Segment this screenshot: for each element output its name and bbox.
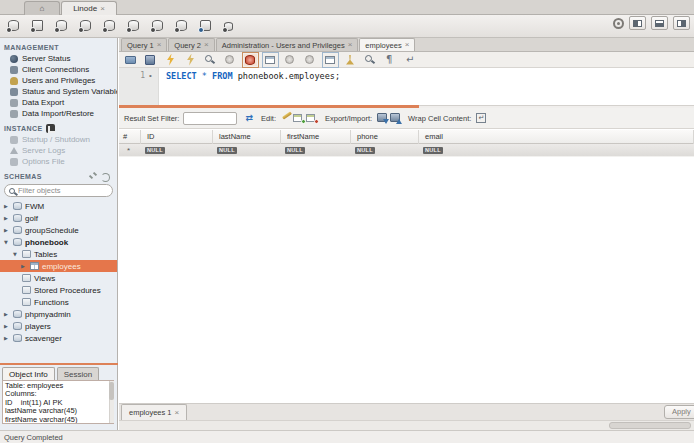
column-header-firstname[interactable]: firstName [281, 130, 351, 144]
new-row-placeholder[interactable]: * NULL NULL NULL NULL NULL [119, 144, 694, 157]
column-header-phone[interactable]: phone [351, 130, 419, 144]
sidebar-item-data-import[interactable]: Data Import/Restore [0, 108, 117, 119]
chevron-down-icon[interactable]: ▼ [13, 251, 19, 257]
refresh-grid-icon[interactable]: ⇄ [245, 113, 253, 123]
chevron-right-icon[interactable]: ▶ [4, 203, 10, 209]
toggle-right-panel-button[interactable] [673, 16, 690, 30]
schemas-refresh-icon[interactable] [101, 172, 109, 180]
tree-node-tables[interactable]: ▼ Tables [0, 248, 117, 260]
tree-node-employees[interactable]: ▶ employees [0, 260, 117, 272]
schema-node-fwm[interactable]: ▶ FWM [0, 200, 117, 212]
open-script-icon[interactable] [124, 54, 137, 66]
null-value-badge[interactable]: NULL [217, 147, 237, 154]
tab-query-2[interactable]: Query 2 × [168, 38, 214, 51]
limit-rows-icon[interactable] [264, 54, 277, 66]
close-icon[interactable]: × [175, 409, 180, 417]
new-sql-tab-icon[interactable] [6, 19, 21, 33]
wrap-text-icon[interactable]: ↵ [404, 54, 417, 66]
close-icon[interactable]: × [100, 5, 105, 13]
schema-node-scavenger[interactable]: ▶ scavenger [0, 332, 117, 344]
sidebar-item-server-status[interactable]: Server Status [0, 53, 117, 64]
sql-editor[interactable]: 1 • SELECT * FROM phonebook.employees; [119, 68, 694, 105]
null-value-badge[interactable]: NULL [145, 147, 165, 154]
create-schema-icon[interactable] [54, 19, 69, 33]
sidebar-splitter[interactable] [0, 363, 118, 365]
column-header-id[interactable]: ID [141, 130, 213, 144]
schema-node-groupschedule[interactable]: ▶ groupSchedule [0, 224, 117, 236]
explain-plan-icon[interactable] [204, 54, 217, 66]
result-set-filter-input[interactable] [183, 112, 237, 125]
null-value-badge[interactable]: NULL [423, 147, 443, 154]
scrollbar-thumb[interactable] [609, 422, 691, 429]
toggle-bottom-panel-button[interactable] [651, 16, 668, 30]
sidebar-item-status-system-variables[interactable]: Status and System Variables [0, 86, 117, 97]
save-script-icon[interactable] [144, 54, 157, 66]
apply-button[interactable]: Apply [664, 405, 694, 419]
open-sql-script-icon[interactable] [30, 19, 45, 33]
create-trigger-icon[interactable] [174, 19, 189, 33]
object-info-scroll-thumb[interactable] [109, 382, 114, 400]
schema-filter-input[interactable] [18, 186, 108, 195]
tree-node-stored-procedures[interactable]: Stored Procedures [0, 284, 117, 296]
create-procedure-icon[interactable] [126, 19, 141, 33]
create-function-icon[interactable] [150, 19, 165, 33]
execute-sql-icon[interactable] [164, 54, 177, 66]
find-panel-icon[interactable] [364, 54, 377, 66]
close-icon[interactable]: × [204, 41, 209, 49]
sidebar-item-client-connections[interactable]: Client Connections [0, 64, 117, 75]
create-table-icon[interactable] [78, 19, 93, 33]
reconnect-dbms-icon[interactable] [222, 19, 237, 33]
chevron-right-icon[interactable]: ▶ [4, 215, 10, 221]
home-tab[interactable]: ⌂ [24, 1, 60, 15]
chevron-right-icon[interactable]: ▶ [4, 311, 10, 317]
column-header-email[interactable]: email [419, 130, 694, 144]
tree-label: golf [25, 214, 38, 223]
tree-node-functions[interactable]: Functions [0, 296, 117, 308]
null-value-badge[interactable]: NULL [285, 147, 305, 154]
chevron-right-icon[interactable]: ▶ [4, 335, 10, 341]
toggle-left-panel-button[interactable] [629, 16, 646, 30]
column-header-rownum[interactable]: # [119, 130, 141, 144]
invisible-characters-icon[interactable]: ¶ [384, 54, 397, 66]
search-table-data-icon[interactable] [198, 19, 213, 33]
import-records-icon[interactable] [389, 112, 402, 124]
stop-on-error-toggle-icon[interactable] [244, 54, 257, 66]
beautify-sql-icon[interactable] [344, 54, 357, 66]
sidebar-item-data-export[interactable]: Data Export [0, 97, 117, 108]
tab-object-info[interactable]: Object Info [2, 367, 55, 380]
autocommit-toggle-icon[interactable] [324, 54, 337, 66]
delete-row-icon[interactable] [306, 112, 319, 124]
tab-result-employees-1[interactable]: employees 1 × [121, 404, 187, 420]
schema-filter-box[interactable] [4, 184, 113, 197]
schema-node-phonebook[interactable]: ▼ phonebook [0, 236, 117, 248]
wrap-cell-content-icon[interactable]: ↵ [475, 112, 488, 124]
add-row-icon[interactable] [293, 112, 306, 124]
chevron-right-icon[interactable]: ▶ [21, 263, 27, 269]
export-recordset-icon[interactable] [376, 112, 389, 124]
tree-node-views[interactable]: Views [0, 272, 117, 284]
close-icon[interactable]: × [348, 41, 353, 49]
tab-query-1[interactable]: Query 1 × [121, 38, 167, 51]
column-header-lastname[interactable]: lastName [213, 130, 281, 144]
schemas-section-header: SCHEMAS [0, 170, 117, 182]
sidebar-item-users-and-privileges[interactable]: Users and Privileges [0, 75, 117, 86]
execute-current-statement-icon[interactable] [184, 54, 197, 66]
close-icon[interactable]: × [405, 41, 410, 49]
chevron-right-icon[interactable]: ▶ [4, 227, 10, 233]
create-view-icon[interactable] [102, 19, 117, 33]
chevron-right-icon[interactable]: ▶ [4, 323, 10, 329]
schema-node-phpmyadmin[interactable]: ▶ phpmyadmin [0, 308, 117, 320]
horizontal-scrollbar[interactable] [119, 420, 694, 430]
sql-code-line[interactable]: SELECT * FROM phonebook.employees; [166, 71, 340, 81]
null-value-badge[interactable]: NULL [355, 147, 375, 154]
tab-employees[interactable]: employees × [359, 38, 415, 51]
schemas-expand-icon[interactable] [89, 172, 97, 180]
edit-record-icon[interactable] [280, 112, 293, 124]
chevron-down-icon[interactable]: ▼ [4, 239, 10, 245]
schema-node-golf[interactable]: ▶ golf [0, 212, 117, 224]
close-icon[interactable]: × [157, 41, 162, 49]
schema-node-players[interactable]: ▶ players [0, 320, 117, 332]
tab-administration-users[interactable]: Administration - Users and Privileges × [216, 38, 359, 51]
tab-session[interactable]: Session [57, 367, 99, 380]
connection-tab-linode[interactable]: Linode × [61, 1, 117, 15]
